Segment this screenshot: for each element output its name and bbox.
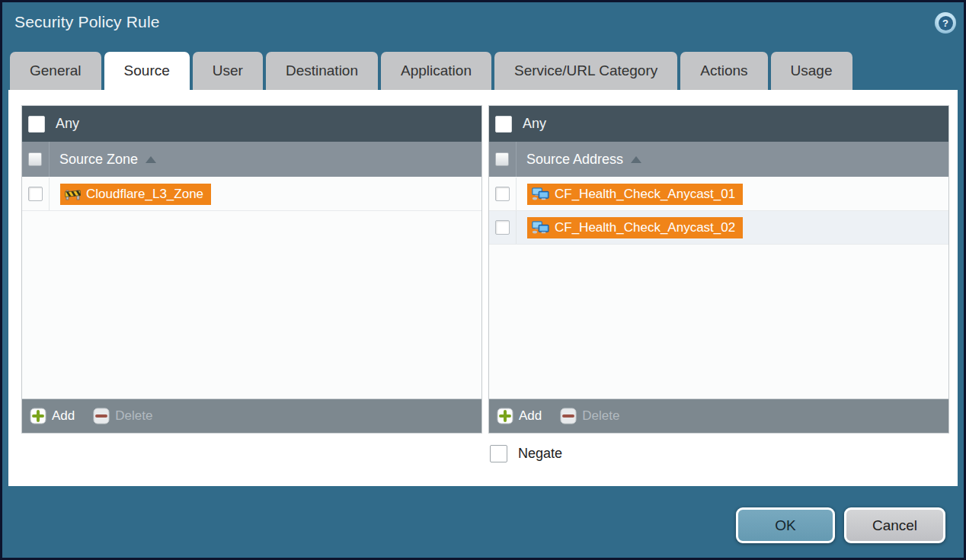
tab-destination[interactable]: Destination (266, 52, 378, 90)
add-address-button[interactable]: Add (497, 408, 542, 424)
source-zone-any-row: Any (22, 106, 481, 142)
source-zone-select-all-checkbox[interactable] (28, 152, 42, 166)
negate-checkbox[interactable] (490, 445, 507, 462)
source-zone-list: Cloudflare_L3_Zone (22, 177, 481, 398)
cancel-button[interactable]: Cancel (844, 507, 945, 543)
zone-entry-label: Cloudflare_L3_Zone (86, 187, 203, 202)
negate-label: Negate (518, 446, 562, 462)
sort-asc-icon[interactable] (146, 156, 156, 163)
row-checkbox[interactable] (28, 187, 43, 201)
source-address-column-header: Source Address (489, 142, 948, 177)
source-address-any-label: Any (523, 116, 546, 132)
table-row: CF_Health_Check_Anycast_02 (489, 211, 948, 245)
tab-actions[interactable]: Actions (680, 52, 767, 90)
address-entry-label: CF_Health_Check_Anycast_01 (555, 187, 735, 202)
address-icon (532, 221, 549, 234)
source-zone-footer: Add Delete (22, 398, 481, 433)
plus-icon (497, 408, 513, 424)
row-checkbox[interactable] (495, 220, 510, 235)
source-address-list: CF_Health_Check_Anycast_01 (489, 177, 948, 398)
source-address-any-checkbox[interactable] (495, 116, 512, 133)
source-zone-any-label: Any (56, 116, 79, 132)
address-entry-chip[interactable]: CF_Health_Check_Anycast_01 (527, 184, 743, 205)
dialog-title: Security Policy Rule (14, 13, 160, 31)
address-icon (532, 187, 549, 200)
tab-source[interactable]: Source (104, 52, 190, 90)
tab-user[interactable]: User (193, 52, 263, 90)
address-entry-label: CF_Health_Check_Anycast_02 (555, 220, 735, 235)
source-zone-panel: Any Source Zone (21, 105, 482, 434)
tab-usage[interactable]: Usage (771, 52, 852, 90)
add-address-label: Add (519, 408, 542, 424)
source-address-column-label[interactable]: Source Address (526, 152, 623, 168)
plus-icon (30, 408, 46, 424)
tab-content-area: Any Source Zone (8, 90, 958, 486)
source-zone-any-checkbox[interactable] (28, 116, 45, 133)
table-row: Cloudflare_L3_Zone (22, 178, 481, 211)
table-row: CF_Health_Check_Anycast_01 (489, 178, 948, 211)
source-address-any-row: Any (489, 106, 948, 142)
negate-control: Negate (490, 445, 562, 462)
help-button[interactable]: ? (935, 12, 956, 34)
address-entry-chip[interactable]: CF_Health_Check_Anycast_02 (527, 217, 743, 238)
tab-application[interactable]: Application (381, 52, 491, 90)
source-zone-column-header: Source Zone (22, 142, 481, 177)
row-checkbox[interactable] (495, 187, 510, 201)
delete-zone-button[interactable]: Delete (93, 408, 152, 424)
add-zone-label: Add (52, 408, 75, 424)
delete-address-label: Delete (582, 408, 619, 424)
sort-asc-icon[interactable] (631, 156, 641, 163)
source-address-panel: Any Source Address (488, 105, 949, 434)
source-address-select-all-checkbox[interactable] (495, 152, 509, 166)
minus-icon (93, 408, 110, 424)
ok-button[interactable]: OK (736, 507, 835, 543)
source-address-footer: Add Delete (489, 398, 948, 433)
zone-entry-chip[interactable]: Cloudflare_L3_Zone (60, 184, 211, 205)
add-zone-button[interactable]: Add (30, 408, 75, 424)
source-zone-column-label[interactable]: Source Zone (59, 152, 138, 168)
zone-icon (65, 188, 81, 200)
tab-general[interactable]: General (10, 52, 101, 90)
delete-zone-label: Delete (115, 408, 152, 424)
tab-bar: General Source User Destination Applicat… (10, 52, 852, 90)
question-mark-icon: ? (939, 16, 953, 30)
tab-service-url-category[interactable]: Service/URL Category (494, 52, 677, 90)
security-policy-rule-dialog: Security Policy Rule ? General Source Us… (0, 0, 966, 560)
minus-icon (560, 408, 577, 424)
delete-address-button[interactable]: Delete (560, 408, 619, 424)
